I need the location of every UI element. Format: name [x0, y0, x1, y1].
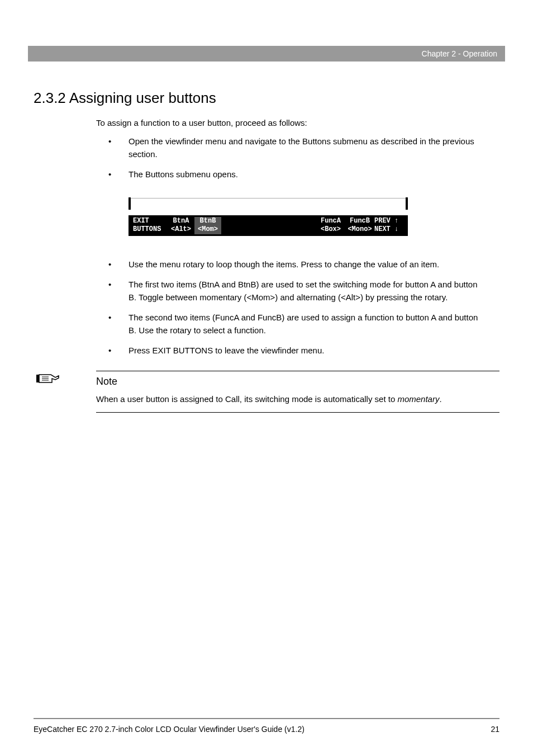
bullet-list-bottom: Use the menu rotary to loop though the i…: [96, 258, 483, 357]
chapter-header-bar: Chapter 2 - Operation: [28, 46, 505, 62]
menu-btna-bot: <Alt>: [168, 225, 194, 234]
section-title: Assigning user buttons: [69, 89, 216, 106]
note-body-prefix: When a user button is assigned to Call, …: [96, 394, 397, 404]
menu-exit-top: EXIT: [133, 217, 168, 226]
chapter-label: Chapter 2 - Operation: [422, 49, 497, 58]
menu-funcb-top: FuncB: [345, 217, 374, 226]
footer-doc-title: EyeCatcher EC 270 2.7-inch Color LCD Ocu…: [34, 725, 304, 734]
menu-exit-bot: BUTTONS: [133, 225, 168, 234]
note-body-italic: momentary: [397, 394, 439, 404]
menu-btnb-bot: <Mom>: [196, 225, 220, 234]
menu-prev: PREV ↑: [374, 217, 403, 226]
menu-btnb-top: BtnB: [196, 217, 220, 226]
list-item: Open the viewfinder menu and navigate to…: [96, 135, 483, 160]
menu-funca-top: FuncA: [316, 217, 345, 226]
list-item: The Buttons submenu opens.: [96, 168, 483, 181]
menu-next: NEXT ↓: [374, 225, 403, 234]
viewfinder-menu-illustration: EXIT BUTTONS BtnA <Alt> BtnB <Mom> FuncA: [129, 198, 483, 236]
bullet-list-top: Open the viewfinder menu and navigate to…: [96, 135, 483, 181]
list-item: Use the menu rotary to loop though the i…: [96, 258, 483, 271]
menu-funca-bot: <Box>: [316, 225, 345, 234]
list-item: The second two items (FuncA and FuncB) a…: [96, 311, 483, 337]
note-hand-icon: [36, 372, 60, 386]
menu-btna-top: BtnA: [168, 217, 194, 226]
menu-funcb-bot: <Mono>: [345, 225, 374, 234]
list-item: The first two items (BtnA and BtnB) are …: [96, 278, 483, 304]
page-footer: EyeCatcher EC 270 2.7-inch Color LCD Ocu…: [34, 718, 499, 734]
note-body: When a user button is assigned to Call, …: [96, 393, 499, 406]
section-number: 2.3.2: [34, 89, 66, 106]
intro-text: To assign a function to a user button, p…: [96, 118, 483, 127]
note-title: Note: [96, 376, 499, 388]
section-heading: 2.3.2 Assigning user buttons: [34, 89, 499, 107]
note-section: Note When a user button is assigned to C…: [67, 371, 499, 413]
note-body-suffix: .: [439, 394, 441, 404]
list-item: Press EXIT BUTTONS to leave the viewfind…: [96, 344, 483, 357]
footer-page-number: 21: [491, 725, 499, 734]
